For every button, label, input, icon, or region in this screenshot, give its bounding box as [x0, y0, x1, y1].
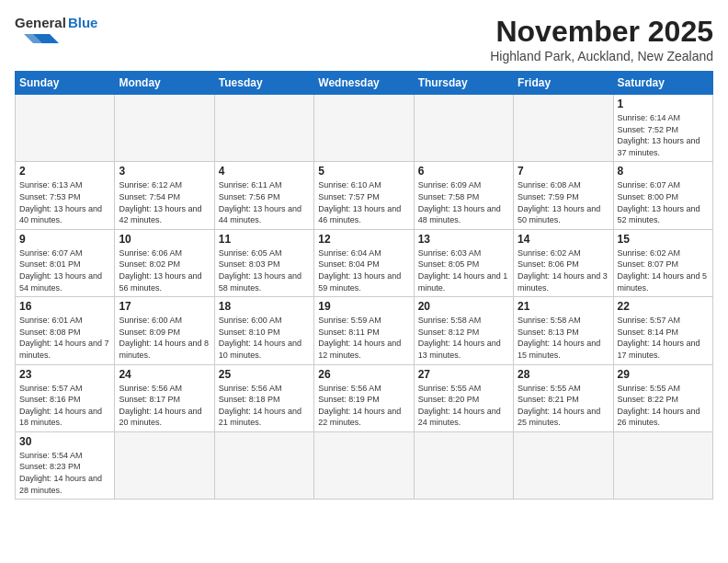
location: Highland Park, Auckland, New Zealand [490, 49, 713, 63]
day-number: 18 [219, 300, 310, 313]
day-number: 14 [518, 233, 609, 246]
table-cell: 30Sunrise: 5:54 AMSunset: 8:23 PMDayligh… [16, 431, 115, 499]
col-friday: Friday [514, 72, 613, 95]
cell-content: Sunrise: 6:13 AMSunset: 7:53 PMDaylight:… [19, 179, 110, 225]
table-cell [414, 431, 513, 499]
calendar-table: Sunday Monday Tuesday Wednesday Thursday… [15, 71, 713, 500]
cell-content: Sunrise: 5:56 AMSunset: 8:18 PMDaylight:… [219, 383, 310, 429]
table-cell: 24Sunrise: 5:56 AMSunset: 8:17 PMDayligh… [115, 364, 214, 431]
cell-content: Sunrise: 6:09 AMSunset: 7:58 PMDaylight:… [418, 179, 509, 225]
cell-content: Sunrise: 5:56 AMSunset: 8:19 PMDaylight:… [318, 383, 409, 429]
table-cell: 11Sunrise: 6:05 AMSunset: 8:03 PMDayligh… [214, 229, 313, 296]
month-title: November 2025 [490, 15, 713, 49]
page-header: General Blue November 2025 Highland Park… [15, 15, 713, 63]
cell-content: Sunrise: 6:03 AMSunset: 8:05 PMDaylight:… [418, 247, 509, 293]
cell-content: Sunrise: 6:14 AMSunset: 7:52 PMDaylight:… [618, 112, 709, 158]
col-tuesday: Tuesday [214, 72, 313, 95]
col-monday: Monday [115, 72, 214, 95]
cell-content: Sunrise: 6:07 AMSunset: 8:00 PMDaylight:… [618, 179, 709, 225]
col-sunday: Sunday [16, 72, 115, 95]
cell-content: Sunrise: 5:57 AMSunset: 8:14 PMDaylight:… [618, 315, 709, 361]
table-cell: 23Sunrise: 5:57 AMSunset: 8:16 PMDayligh… [16, 364, 115, 431]
table-cell: 20Sunrise: 5:58 AMSunset: 8:12 PMDayligh… [414, 297, 513, 364]
table-cell: 12Sunrise: 6:04 AMSunset: 8:04 PMDayligh… [314, 229, 414, 296]
cell-content: Sunrise: 6:07 AMSunset: 8:01 PMDaylight:… [19, 247, 110, 293]
cell-content: Sunrise: 6:01 AMSunset: 8:08 PMDaylight:… [19, 315, 110, 361]
cell-content: Sunrise: 5:59 AMSunset: 8:11 PMDaylight:… [318, 315, 409, 361]
table-cell [115, 431, 214, 499]
day-number: 21 [518, 300, 609, 313]
day-number: 9 [19, 233, 110, 246]
title-block: November 2025 Highland Park, Auckland, N… [490, 15, 713, 63]
header-row: Sunday Monday Tuesday Wednesday Thursday… [16, 72, 713, 95]
cell-content: Sunrise: 6:05 AMSunset: 8:03 PMDaylight:… [219, 247, 310, 293]
logo-text: General [15, 15, 66, 30]
table-cell: 25Sunrise: 5:56 AMSunset: 8:18 PMDayligh… [214, 364, 313, 431]
table-cell [414, 95, 513, 162]
day-number: 7 [518, 165, 609, 178]
table-cell: 27Sunrise: 5:55 AMSunset: 8:20 PMDayligh… [414, 364, 513, 431]
day-number: 19 [318, 300, 409, 313]
cell-content: Sunrise: 6:00 AMSunset: 8:09 PMDaylight:… [119, 315, 210, 361]
day-number: 23 [19, 368, 110, 381]
cell-content: Sunrise: 5:55 AMSunset: 8:21 PMDaylight:… [518, 383, 609, 429]
day-number: 28 [518, 368, 609, 381]
calendar-row: 9Sunrise: 6:07 AMSunset: 8:01 PMDaylight… [16, 229, 713, 296]
cell-content: Sunrise: 5:57 AMSunset: 8:16 PMDaylight:… [19, 383, 110, 429]
table-cell [214, 95, 313, 162]
table-cell [214, 431, 313, 499]
cell-content: Sunrise: 5:55 AMSunset: 8:20 PMDaylight:… [418, 383, 509, 429]
table-cell: 10Sunrise: 6:06 AMSunset: 8:02 PMDayligh… [115, 229, 214, 296]
calendar-row: 23Sunrise: 5:57 AMSunset: 8:16 PMDayligh… [16, 364, 713, 431]
day-number: 3 [119, 165, 210, 178]
table-cell: 17Sunrise: 6:00 AMSunset: 8:09 PMDayligh… [115, 297, 214, 364]
cell-content: Sunrise: 6:02 AMSunset: 8:06 PMDaylight:… [518, 247, 609, 293]
day-number: 30 [19, 435, 110, 448]
calendar-row: 1Sunrise: 6:14 AMSunset: 7:52 PMDaylight… [16, 95, 713, 162]
cell-content: Sunrise: 5:54 AMSunset: 8:23 PMDaylight:… [19, 450, 110, 496]
cell-content: Sunrise: 6:12 AMSunset: 7:54 PMDaylight:… [119, 179, 210, 225]
table-cell: 5Sunrise: 6:10 AMSunset: 7:57 PMDaylight… [314, 162, 414, 229]
table-cell: 6Sunrise: 6:09 AMSunset: 7:58 PMDaylight… [414, 162, 513, 229]
cell-content: Sunrise: 6:08 AMSunset: 7:59 PMDaylight:… [518, 179, 609, 225]
table-cell: 21Sunrise: 5:58 AMSunset: 8:13 PMDayligh… [514, 297, 613, 364]
day-number: 26 [318, 368, 409, 381]
table-cell: 1Sunrise: 6:14 AMSunset: 7:52 PMDaylight… [613, 95, 712, 162]
table-cell [514, 95, 613, 162]
cell-content: Sunrise: 6:00 AMSunset: 8:10 PMDaylight:… [219, 315, 310, 361]
table-cell: 18Sunrise: 6:00 AMSunset: 8:10 PMDayligh… [214, 297, 313, 364]
col-thursday: Thursday [414, 72, 513, 95]
col-wednesday: Wednesday [314, 72, 414, 95]
cell-content: Sunrise: 6:02 AMSunset: 8:07 PMDaylight:… [618, 247, 709, 293]
table-cell: 7Sunrise: 6:08 AMSunset: 7:59 PMDaylight… [514, 162, 613, 229]
table-cell: 15Sunrise: 6:02 AMSunset: 8:07 PMDayligh… [613, 229, 712, 296]
table-cell [314, 95, 414, 162]
day-number: 12 [318, 233, 409, 246]
day-number: 1 [618, 98, 709, 110]
day-number: 8 [618, 165, 709, 178]
table-cell [314, 431, 414, 499]
table-cell: 28Sunrise: 5:55 AMSunset: 8:21 PMDayligh… [514, 364, 613, 431]
cell-content: Sunrise: 6:10 AMSunset: 7:57 PMDaylight:… [318, 179, 409, 225]
calendar-row: 2Sunrise: 6:13 AMSunset: 7:53 PMDaylight… [16, 162, 713, 229]
logo-icon [15, 30, 61, 47]
table-cell: 13Sunrise: 6:03 AMSunset: 8:05 PMDayligh… [414, 229, 513, 296]
cell-content: Sunrise: 6:04 AMSunset: 8:04 PMDaylight:… [318, 247, 409, 293]
day-number: 13 [418, 233, 509, 246]
cell-content: Sunrise: 5:56 AMSunset: 8:17 PMDaylight:… [119, 383, 210, 429]
col-saturday: Saturday [613, 72, 712, 95]
day-number: 16 [19, 300, 110, 313]
table-cell: 19Sunrise: 5:59 AMSunset: 8:11 PMDayligh… [314, 297, 414, 364]
table-cell: 16Sunrise: 6:01 AMSunset: 8:08 PMDayligh… [16, 297, 115, 364]
day-number: 24 [119, 368, 210, 381]
table-cell: 2Sunrise: 6:13 AMSunset: 7:53 PMDaylight… [16, 162, 115, 229]
cell-content: Sunrise: 5:55 AMSunset: 8:22 PMDaylight:… [618, 383, 709, 429]
day-number: 27 [418, 368, 509, 381]
calendar-row: 16Sunrise: 6:01 AMSunset: 8:08 PMDayligh… [16, 297, 713, 364]
day-number: 20 [418, 300, 509, 313]
cell-content: Sunrise: 5:58 AMSunset: 8:12 PMDaylight:… [418, 315, 509, 361]
day-number: 4 [219, 165, 310, 178]
day-number: 29 [618, 368, 709, 381]
table-cell: 8Sunrise: 6:07 AMSunset: 8:00 PMDaylight… [613, 162, 712, 229]
table-cell: 22Sunrise: 5:57 AMSunset: 8:14 PMDayligh… [613, 297, 712, 364]
